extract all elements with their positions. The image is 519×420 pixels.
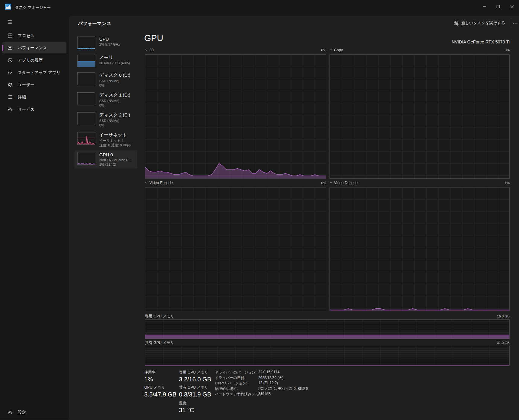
copy-percent: 0% bbox=[505, 48, 510, 52]
sidebar-item-performance[interactable]: パフォーマンス bbox=[2, 42, 66, 53]
3d-percent: 0% bbox=[321, 48, 326, 52]
titlebar: タスク マネージャー bbox=[0, 0, 519, 14]
ethernet-mini-chart bbox=[77, 132, 95, 145]
settings-gear-icon bbox=[8, 410, 13, 415]
physical-location-label: 物理的な場所: bbox=[215, 386, 238, 391]
sidebar-item-label: スタートアップ アプリ bbox=[18, 70, 61, 75]
run-new-task-icon bbox=[454, 21, 459, 26]
perf-item-cpu[interactable]: CPU 2% 5.37 GHz bbox=[75, 35, 137, 51]
section-header-dedicated-memory: 専用 GPU メモリ 16.0 GB bbox=[145, 314, 510, 319]
perf-item-gpu0[interactable]: GPU 0 NVIDIA GeForce R... 1% (31 °C) bbox=[75, 150, 137, 169]
hw-reserved-memory-value: 389 MB bbox=[258, 392, 271, 396]
directx-version-label: DirectX バージョン: bbox=[215, 381, 247, 386]
driver-version-label: ドライバーのバージョン: bbox=[215, 370, 256, 375]
page-header: パフォーマンス bbox=[78, 21, 111, 27]
video-decode-percent: 1% bbox=[505, 181, 510, 185]
gpu-video-encode-chart bbox=[145, 187, 326, 311]
sidebar-item-services[interactable]: サービス bbox=[2, 104, 66, 115]
header-separator bbox=[510, 19, 510, 27]
sidebar-item-label: プロセス bbox=[18, 33, 34, 39]
section-header-copy: Copy 0% bbox=[330, 48, 510, 52]
run-new-task-label: 新しいタスクを実行する bbox=[461, 20, 505, 26]
chevron-down-icon[interactable] bbox=[330, 49, 333, 52]
temperature-value: 31 °C bbox=[179, 407, 194, 414]
sidebar-item-label: ユーザー bbox=[18, 82, 34, 88]
hw-reserved-memory-label: ハードウェア予約済みメモリ: bbox=[215, 392, 264, 397]
processes-icon bbox=[8, 33, 13, 38]
shared-gpu-memory-chart bbox=[145, 346, 510, 366]
users-icon bbox=[8, 82, 13, 88]
shared-memory-label: 共有 GPU メモリ bbox=[179, 385, 208, 390]
gpu-memory-label: GPU メモリ bbox=[144, 385, 165, 390]
driver-version-value: 32.0.15.9174 bbox=[258, 370, 279, 374]
sidebar-item-label: サービス bbox=[18, 107, 34, 112]
performance-icon bbox=[8, 45, 13, 50]
perf-item-disk0[interactable]: ディスク 0 (C:) SSD (NVMe) 0% bbox=[75, 71, 137, 90]
dedicated-memory-label: 専用 GPU メモリ bbox=[179, 370, 208, 375]
driver-date-label: ドライバーの日付: bbox=[215, 375, 245, 380]
sidebar-item-label: 設定 bbox=[18, 410, 26, 415]
task-manager-window: タスク マネージャー プロセス パフォーマンス アプリの履歴 スタートアップ ア… bbox=[0, 0, 519, 420]
disk0-mini-chart bbox=[77, 72, 95, 85]
startup-gauge-icon bbox=[8, 70, 13, 75]
section-header-video-encode: Video Encode 0% bbox=[145, 180, 326, 185]
app-icon bbox=[5, 4, 11, 10]
gpu-video-decode-chart bbox=[330, 187, 510, 311]
run-new-task-button[interactable]: 新しいタスクを実行する bbox=[451, 18, 508, 28]
dedicated-gpu-memory-chart bbox=[145, 319, 510, 339]
dedicated-memory-value: 3.2/16.0 GB bbox=[179, 376, 211, 383]
more-options-button[interactable]: ··· bbox=[512, 18, 519, 28]
cpu-mini-chart bbox=[77, 37, 95, 49]
usage-label: 使用率 bbox=[144, 370, 156, 375]
dedicated-memory-max: 16.0 GB bbox=[497, 314, 510, 318]
driver-date-value: 2025/12/30 (火) bbox=[258, 375, 283, 380]
section-header-3d: 3D 0% bbox=[145, 48, 326, 52]
gpu-memory-value: 3.5/47.9 GB bbox=[144, 391, 177, 398]
sidebar-item-label: パフォーマンス bbox=[18, 45, 47, 51]
close-button[interactable] bbox=[505, 0, 519, 13]
temperature-label: 温度 bbox=[179, 401, 186, 406]
chevron-down-icon[interactable] bbox=[330, 181, 333, 184]
sidebar-item-label: アプリの履歴 bbox=[18, 58, 43, 63]
chevron-down-icon[interactable] bbox=[145, 49, 148, 52]
gpu-page-title: GPU bbox=[144, 33, 163, 43]
sidebar-item-details[interactable]: 詳細 bbox=[2, 91, 66, 103]
history-icon bbox=[8, 58, 13, 63]
shared-memory-value: 0.3/31.9 GB bbox=[179, 391, 211, 398]
sidebar-item-app-history[interactable]: アプリの履歴 bbox=[2, 55, 66, 66]
section-header-video-decode: Video Decode 1% bbox=[330, 180, 510, 185]
gpu-3d-chart bbox=[145, 54, 326, 179]
services-gear-icon bbox=[8, 107, 13, 112]
sidebar-item-processes[interactable]: プロセス bbox=[2, 30, 66, 41]
disk1-mini-chart bbox=[77, 92, 95, 105]
window-title: タスク マネージャー bbox=[15, 5, 51, 10]
sidebar-item-settings[interactable]: 設定 bbox=[2, 407, 66, 418]
sidebar-item-startup-apps[interactable]: スタートアップ アプリ bbox=[2, 67, 66, 78]
directx-version-value: 12 (FL 12.2) bbox=[258, 381, 278, 385]
perf-item-memory[interactable]: メモリ 30.6/63.7 GB (48%) bbox=[75, 53, 137, 69]
gpu-copy-chart bbox=[330, 54, 510, 179]
usage-value: 1% bbox=[144, 376, 153, 383]
video-encode-percent: 0% bbox=[321, 181, 326, 185]
perf-item-disk2[interactable]: ディスク 2 (E:) SSD (NVMe) 0% bbox=[75, 110, 137, 129]
physical-location-value: PCI バス 1, デバイス 0, 機能 0 bbox=[258, 386, 308, 391]
memory-mini-chart bbox=[77, 55, 95, 67]
minimize-button[interactable] bbox=[477, 0, 491, 13]
perf-item-ethernet[interactable]: イーサネット イーサネット 4 送信: 0 受信: 0 Kbps bbox=[75, 130, 137, 149]
sidebar-item-label: 詳細 bbox=[18, 94, 26, 100]
maximize-button[interactable] bbox=[491, 0, 505, 13]
disk2-mini-chart bbox=[77, 112, 95, 125]
gpu-mini-chart bbox=[77, 152, 95, 165]
section-header-shared-memory: 共有 GPU メモリ 31.9 GB bbox=[145, 340, 510, 345]
details-list-icon bbox=[8, 94, 13, 100]
perf-item-disk1[interactable]: ディスク 1 (D:) SSD (NVMe) 0% bbox=[75, 91, 137, 110]
gpu-device-name: NVIDIA GeForce RTX 5070 Ti bbox=[452, 40, 510, 44]
sidebar-item-users[interactable]: ユーザー bbox=[2, 79, 66, 91]
shared-memory-max: 31.9 GB bbox=[497, 341, 510, 345]
chevron-down-icon[interactable] bbox=[145, 181, 148, 184]
hamburger-menu-icon[interactable] bbox=[4, 17, 16, 27]
